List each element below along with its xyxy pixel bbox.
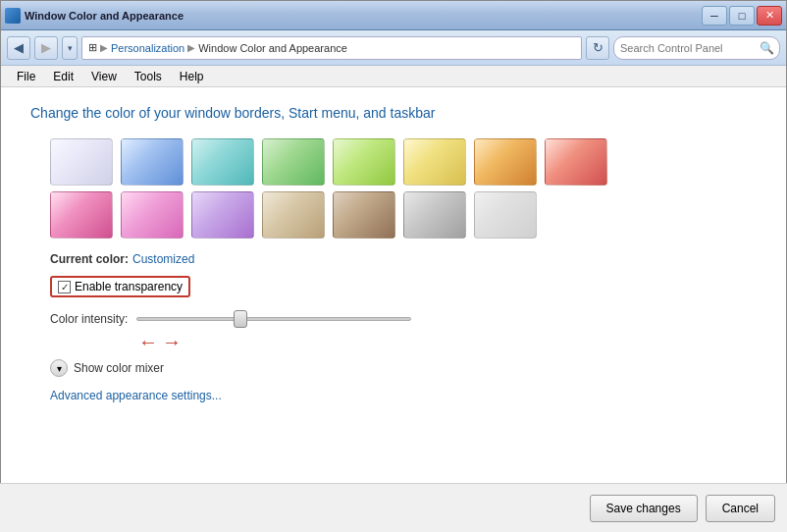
search-box[interactable]: 🔍 [613, 36, 780, 60]
color-mixer-label[interactable]: Show color mixer [74, 361, 164, 375]
slider-track [136, 317, 411, 321]
refresh-button[interactable]: ↻ [586, 36, 609, 60]
swatch-light-pink[interactable] [121, 191, 184, 239]
menu-edit[interactable]: Edit [45, 68, 81, 85]
maximize-button[interactable]: □ [729, 6, 755, 26]
back-button[interactable]: ◀ [7, 36, 30, 60]
swatch-blue[interactable] [121, 138, 184, 186]
minimize-button[interactable]: ─ [702, 6, 727, 26]
breadcrumb-part1[interactable]: Personalization [111, 42, 184, 54]
menu-bar: File Edit View Tools Help [1, 66, 786, 87]
swatches-grid [30, 138, 757, 239]
breadcrumb-part2: Window Color and Appearance [198, 42, 347, 54]
menu-file[interactable]: File [9, 68, 43, 85]
left-arrow-icon: ← [138, 331, 158, 353]
transparency-box: ✓ Enable transparency [50, 276, 190, 297]
search-icon: 🔍 [760, 41, 774, 55]
swatch-gray[interactable] [403, 191, 466, 239]
transparency-checkbox[interactable]: ✓ [58, 281, 71, 293]
footer: Save changes Cancel [0, 483, 787, 532]
app-icon [5, 8, 21, 24]
swatch-green[interactable] [262, 138, 325, 186]
title-bar-buttons: ─ □ ✕ [702, 6, 782, 26]
breadcrumb: ⊞ ▶ Personalization ▶ Window Color and A… [81, 36, 582, 60]
menu-tools[interactable]: Tools [127, 68, 170, 85]
menu-view[interactable]: View [83, 68, 125, 85]
intensity-arrows: ← → [50, 331, 757, 353]
checkmark-icon: ✓ [61, 282, 69, 293]
address-bar: ◀ ▶ ▾ ⊞ ▶ Personalization ▶ Window Color… [1, 30, 786, 66]
swatch-silver[interactable] [474, 191, 537, 239]
current-color-row: Current color: Customized [50, 252, 757, 266]
swatch-brown[interactable] [333, 191, 395, 239]
intensity-slider-container[interactable] [136, 309, 411, 329]
slider-thumb[interactable] [234, 310, 247, 328]
right-arrow-icon: → [162, 331, 182, 353]
breadcrumb-root-icon: ⊞ [88, 41, 97, 54]
close-button[interactable]: ✕ [757, 6, 782, 26]
swatch-teal[interactable] [191, 138, 254, 186]
forward-button[interactable]: ▶ [34, 36, 58, 60]
swatch-orange[interactable] [474, 138, 537, 186]
swatch-yellow[interactable] [403, 138, 466, 186]
breadcrumb-sep2: ▶ [187, 42, 195, 53]
transparency-row: ✓ Enable transparency [50, 276, 757, 297]
swatch-lime[interactable] [333, 138, 395, 186]
advanced-appearance-link[interactable]: Advanced appearance settings... [50, 389, 222, 402]
search-input[interactable] [620, 42, 756, 54]
swatch-white[interactable] [50, 138, 113, 186]
title-bar: Window Color and Appearance ─ □ ✕ [1, 1, 786, 30]
swatch-pink[interactable] [50, 191, 113, 239]
intensity-row: Color intensity: [50, 309, 757, 329]
swatch-tan[interactable] [262, 191, 325, 239]
current-color-value: Customized [132, 252, 194, 266]
color-mixer-row: ▾ Show color mixer [50, 359, 757, 377]
title-bar-text: Window Color and Appearance [25, 10, 702, 22]
breadcrumb-sep1: ▶ [100, 42, 108, 53]
cancel-button[interactable]: Cancel [706, 495, 775, 522]
current-color-label: Current color: [50, 252, 129, 266]
nav-dropdown-button[interactable]: ▾ [62, 36, 78, 60]
swatches-row-2 [30, 191, 757, 239]
page-title: Change the color of your window borders,… [30, 105, 757, 121]
menu-help[interactable]: Help [172, 68, 212, 85]
swatch-red[interactable] [545, 138, 607, 186]
main-content: Change the color of your window borders,… [1, 87, 786, 484]
swatch-lavender[interactable] [191, 191, 254, 239]
transparency-label[interactable]: Enable transparency [75, 280, 183, 293]
save-changes-button[interactable]: Save changes [590, 495, 698, 522]
expand-color-mixer-button[interactable]: ▾ [50, 359, 68, 377]
swatches-row-1 [30, 138, 757, 186]
intensity-label: Color intensity: [50, 312, 129, 326]
